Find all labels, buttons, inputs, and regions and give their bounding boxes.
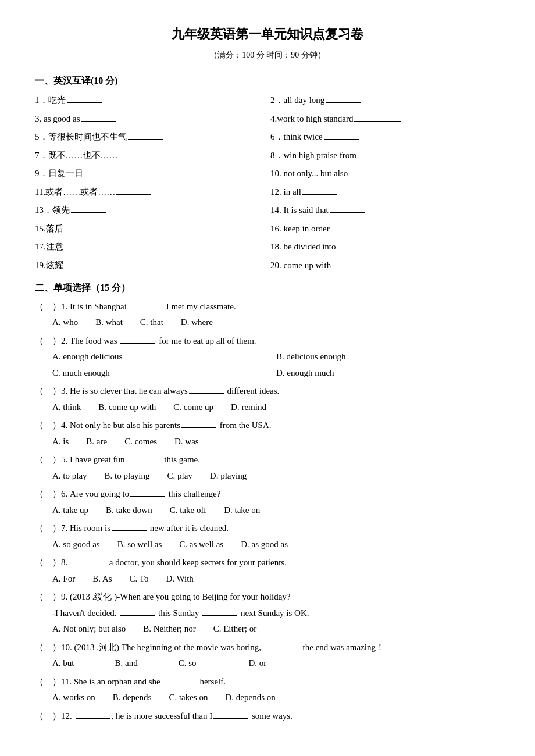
option-d: D. With	[166, 572, 193, 587]
mc-question-text: （ ）8. a doctor, you should keep secrets …	[35, 555, 500, 570]
option-b: B. what	[95, 315, 123, 330]
option-a: A. who	[52, 315, 78, 330]
mc-options: A. Not only; but also B. Neither; nor C.…	[35, 622, 500, 637]
page-subtitle: （满分：100 分 时间：90 分钟）	[35, 48, 500, 62]
translation-item: 8．win high praise from	[270, 147, 500, 165]
mc-question-8: （ ）8. a doctor, you should keep secrets …	[35, 555, 500, 586]
mc-question-text2: -I haven't decided. this Sunday next Sun…	[35, 606, 500, 621]
option-b: B. Neither; nor	[143, 622, 195, 637]
option-d: D. as good as	[241, 537, 288, 552]
option-c: C. takes on	[169, 690, 208, 705]
translation-item: 14. It is said that	[270, 202, 500, 219]
option-d: D. take on	[224, 503, 260, 518]
mc-question-4: （ ）4. Not only he but also his parents f…	[35, 418, 500, 449]
option-b: B. come up with	[98, 400, 156, 415]
mc-question-5: （ ）5. I have great fun this game. A. to …	[35, 452, 500, 483]
option-a: A. to play	[52, 469, 87, 484]
mc-options: A. For B. As C. To D. With	[35, 572, 500, 587]
option-c: C. much enough	[52, 366, 276, 381]
option-a: A. so good as	[52, 537, 100, 552]
option-a: A. Not only; but also	[52, 622, 126, 637]
mc-question-text: （ ）7. His room is new after it is cleane…	[35, 521, 500, 536]
mc-question-text: （ ）5. I have great fun this game.	[35, 452, 500, 468]
mc-question-text: （ ）9. (2013 .绥化 )-When are you going to …	[35, 590, 500, 605]
option-b: B. As	[92, 572, 112, 587]
option-c: C. comes	[124, 434, 157, 450]
mc-question-9: （ ）9. (2013 .绥化 )-When are you going to …	[35, 590, 500, 637]
mc-options: A. works on B. depends C. takes on D. de…	[35, 690, 500, 705]
mc-question-text: （ ）10. (2013 .河北) The beginning of the m…	[35, 640, 500, 655]
mc-question-text: （ ）4. Not only he but also his parents f…	[35, 418, 500, 433]
translation-item: 18. be divided into	[270, 238, 500, 256]
section2-title: 二、单项选择（15 分）	[35, 280, 500, 295]
option-c: C. Either; or	[213, 622, 257, 637]
option-b: B. to playing	[105, 469, 150, 484]
option-c: C. as well as	[179, 537, 223, 552]
translation-item: 17.注意	[35, 238, 265, 256]
mc-question-10: （ ）10. (2013 .河北) The beginning of the m…	[35, 640, 500, 671]
option-c: C. that	[140, 315, 163, 330]
option-b: B. are	[86, 434, 107, 450]
section1-title: 一、英汉互译(10 分)	[35, 73, 500, 88]
translation-item: 11.或者……或者……	[35, 184, 265, 201]
translation-item: 5．等很长时间也不生气	[35, 129, 265, 146]
translation-item: 15.落后	[35, 220, 265, 238]
translation-item: 2．all day long	[270, 92, 500, 109]
translation-item: 13．领先	[35, 202, 265, 219]
translation-item: 1．吃光	[35, 92, 265, 109]
option-a: A. take up	[52, 503, 88, 518]
translation-item: 9．日复一日	[35, 165, 265, 183]
translation-item: 10. not only... but also	[270, 165, 500, 183]
mc-question-text: （ ）3. He is so clever that he can always…	[35, 384, 500, 399]
translation-item: 19.炫耀	[35, 257, 265, 274]
option-b: B. depends	[113, 690, 152, 705]
mc-question-text: （ ）6. Are you going to this challenge?	[35, 487, 500, 502]
mc-question-1: （ ）1. It is in Shanghai I met my classma…	[35, 299, 500, 330]
option-b: B. take down	[106, 503, 152, 518]
translation-grid: 1．吃光 2．all day long 3. as good as 4.work…	[35, 92, 500, 274]
option-d: D. where	[181, 315, 213, 330]
translation-item: 16. keep in order	[270, 220, 500, 238]
translation-item: 7．既不……也不……	[35, 147, 265, 165]
mc-question-3: （ ）3. He is so clever that he can always…	[35, 384, 500, 415]
option-a: A. think	[52, 400, 81, 415]
mc-question-2: （ ）2. The food was for me to eat up all …	[35, 334, 500, 381]
mc-options: A. so good as B. so well as C. as well a…	[35, 537, 500, 552]
mc-question-12: （ ）12. , he is more successful than I so…	[35, 709, 500, 724]
option-c: C. play	[167, 469, 192, 484]
option-b: B. and	[115, 656, 138, 671]
option-a: A. but	[52, 656, 74, 671]
mc-question-6: （ ）6. Are you going to this challenge? A…	[35, 487, 500, 518]
option-a: A. For	[52, 572, 75, 587]
translation-item: 6．think twice	[270, 129, 500, 146]
option-d: D. depends on	[226, 690, 276, 705]
mc-question-text: （ ）1. It is in Shanghai I met my classma…	[35, 299, 500, 315]
mc-question-11: （ ）11. She is an orphan and she herself.…	[35, 675, 500, 705]
page-title: 九年级英语第一单元知识点复习卷	[35, 23, 500, 45]
option-a: A. works on	[52, 690, 95, 705]
translation-item: 4.work to high standard	[270, 110, 500, 128]
option-a: A. enough delicious	[52, 350, 276, 365]
translation-item: 12. in all	[270, 184, 500, 201]
option-d: D. enough much	[276, 366, 500, 381]
mc-question-text: （ ）12. , he is more successful than I so…	[35, 709, 500, 724]
option-a: A. is	[52, 434, 69, 450]
option-c: C. To	[130, 572, 149, 587]
mc-question-7: （ ）7. His room is new after it is cleane…	[35, 521, 500, 552]
mc-options: A. is B. are C. comes D. was	[35, 434, 500, 450]
translation-item: 3. as good as	[35, 110, 265, 128]
option-d: D. was	[174, 434, 199, 450]
mc-question-text: （ ）11. She is an orphan and she herself.	[35, 675, 500, 690]
option-c: C. so	[179, 656, 197, 671]
mc-options: A. take up B. take down C. take off D. t…	[35, 503, 500, 518]
option-c: C. come up	[173, 400, 213, 415]
option-d: D. remind	[231, 400, 266, 415]
option-d: D. or	[249, 656, 267, 671]
mc-options: A. to play B. to playing C. play D. play…	[35, 469, 500, 484]
option-b: B. so well as	[117, 537, 162, 552]
translation-item: 20. come up with	[270, 257, 500, 274]
mc-question-text: （ ）2. The food was for me to eat up all …	[35, 334, 500, 349]
mc-options: A. but B. and C. so D. or	[35, 656, 500, 671]
mc-options: A. who B. what C. that D. where	[35, 315, 500, 330]
option-d: D. playing	[210, 469, 247, 484]
